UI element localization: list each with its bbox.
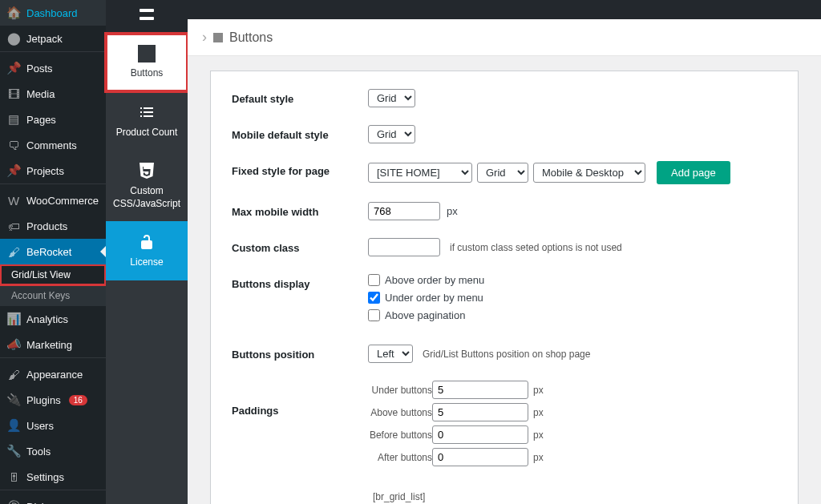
- breadcrumb: › Buttons: [188, 19, 821, 56]
- settings-panel: Default style Grid Mobile default style …: [210, 71, 799, 504]
- brush-icon: 🖌: [6, 244, 21, 259]
- tab-license[interactable]: License: [106, 221, 188, 280]
- sidebar-item-berocket[interactable]: 🖌BeRocket: [0, 239, 106, 264]
- sidebar-item-jetpack[interactable]: ⬤Jetpack: [0, 26, 106, 51]
- plug-icon: 🔌: [6, 393, 21, 407]
- opt-label: Above pagination: [385, 309, 465, 321]
- row-buttons-display: Buttons display Above order by menu Unde…: [232, 274, 777, 327]
- breadcrumb-title: Buttons: [229, 30, 273, 45]
- label: Custom CSS/JavaScript: [109, 185, 184, 210]
- label: Projects: [26, 165, 64, 177]
- label: Jetpack: [26, 33, 63, 45]
- gauge-icon: 🏠: [6, 6, 21, 20]
- unit: px: [447, 205, 458, 217]
- square-icon: [213, 33, 223, 42]
- label: Analytics: [26, 313, 68, 325]
- display-above-pagination-checkbox[interactable]: [368, 309, 380, 321]
- square-icon: [138, 45, 156, 62]
- unit: px: [533, 385, 544, 396]
- pad-under-input[interactable]: [432, 381, 528, 399]
- pad-after-input[interactable]: [432, 448, 528, 466]
- sidebar-item-media[interactable]: 🎞Media: [0, 81, 106, 107]
- fixed-view-select[interactable]: Grid: [477, 163, 528, 183]
- pad-label: Above buttons: [368, 407, 432, 418]
- max-mobile-input[interactable]: [368, 202, 440, 220]
- plugin-tabs: Buttons Product Count Custom CSS/JavaScr…: [106, 0, 188, 504]
- chart-icon: 📊: [6, 312, 21, 326]
- pad-label: Before buttons: [368, 429, 432, 441]
- sidebar-item-dashboard[interactable]: 🏠Dashboard: [0, 0, 106, 26]
- label: Divi: [26, 501, 44, 505]
- sidebar-item-comments[interactable]: 🗨Comments: [0, 132, 106, 158]
- unit: px: [533, 452, 544, 463]
- add-page-button[interactable]: Add page: [657, 161, 730, 184]
- label: License: [109, 256, 184, 269]
- sidebar-item-analytics[interactable]: 📊Analytics: [0, 306, 106, 332]
- brush-icon: 🖌: [6, 367, 21, 381]
- label: Grid/List View: [11, 269, 71, 280]
- label: Max mobile width: [232, 202, 368, 218]
- buttons-position-select[interactable]: Left: [368, 345, 413, 363]
- sidebar-item-tools[interactable]: 🔧Tools: [0, 438, 106, 464]
- label: Buttons display: [232, 274, 368, 290]
- label: Comments: [26, 139, 77, 151]
- row-buttons-position: Buttons position Left Grid/List Buttons …: [232, 345, 777, 363]
- display-under-order-checkbox[interactable]: [368, 292, 380, 304]
- row-mobile-default-style: Mobile default style Grid: [232, 125, 777, 143]
- label: Media: [26, 88, 55, 100]
- sidebar-item-users[interactable]: 👤Users: [0, 413, 106, 438]
- sidebar-item-divi[interactable]: ⒹDivi: [0, 494, 106, 504]
- label: Paddings: [232, 381, 368, 417]
- sidebar-item-products[interactable]: 🏷Products: [0, 213, 106, 239]
- topbar: [188, 0, 821, 19]
- fixed-site-select[interactable]: [SITE HOME]: [368, 163, 472, 183]
- sidebar-item-posts[interactable]: 📌Posts: [0, 55, 106, 81]
- sidebar-item-marketing[interactable]: 📣Marketing: [0, 332, 106, 357]
- sidebar-sub-gridlist[interactable]: Grid/List View: [0, 264, 106, 285]
- row-max-mobile: Max mobile width px: [232, 202, 777, 220]
- fixed-device-select[interactable]: Mobile & Desktop: [533, 163, 645, 183]
- settings-icon: [137, 5, 156, 24]
- opt-label: Under order by menu: [385, 292, 483, 304]
- label: Fixed style for page: [232, 161, 368, 177]
- row-default-style: Default style Grid: [232, 89, 777, 107]
- list-icon: [137, 103, 156, 122]
- sidebar-item-woocommerce[interactable]: WWooCommerce: [0, 187, 106, 213]
- tab-buttons[interactable]: Buttons: [106, 34, 188, 91]
- mobile-default-style-select[interactable]: Grid: [368, 125, 415, 143]
- pad-label: Under buttons: [368, 385, 432, 396]
- sidebar-item-projects[interactable]: 📌Projects: [0, 158, 106, 183]
- page-icon: ▤: [6, 112, 21, 127]
- custom-class-input[interactable]: [368, 238, 440, 256]
- display-above-order-checkbox[interactable]: [368, 274, 380, 286]
- row-fixed-style: Fixed style for page [SITE HOME] Grid Mo…: [232, 161, 777, 184]
- sidebar-item-appearance[interactable]: 🖌Appearance: [0, 361, 106, 387]
- unit: px: [533, 429, 544, 441]
- label: Products: [26, 220, 67, 232]
- label: Default style: [232, 89, 368, 105]
- megaphone-icon: 📣: [6, 337, 21, 352]
- chevron-right-icon: ›: [202, 29, 207, 46]
- sidebar-item-plugins[interactable]: 🔌Plugins16: [0, 387, 106, 413]
- sliders-icon: 🎚: [6, 470, 21, 484]
- sidebar-sub-accountkeys[interactable]: Account Keys: [0, 285, 106, 306]
- hint: Grid/List Buttons position on shop page: [423, 349, 590, 360]
- tag-icon: 🏷: [6, 219, 21, 233]
- pin-icon: 📌: [6, 163, 21, 178]
- tab-custom-css[interactable]: Custom CSS/JavaScript: [106, 150, 188, 221]
- wp-admin-sidebar: 🏠Dashboard ⬤Jetpack 📌Posts 🎞Media ▤Pages…: [0, 0, 106, 504]
- content: Default style Grid Mobile default style …: [188, 56, 821, 504]
- sidebar-item-settings[interactable]: 🎚Settings: [0, 464, 106, 490]
- sidebar-item-pages[interactable]: ▤Pages: [0, 107, 106, 132]
- label: WooCommerce: [26, 195, 99, 207]
- main-area: › Buttons Default style Grid Mobile defa…: [188, 0, 821, 504]
- pad-above-input[interactable]: [432, 403, 528, 421]
- default-style-select[interactable]: Grid: [368, 89, 415, 107]
- shortcode-tag: [br_grid_list]: [373, 491, 425, 502]
- woo-icon: W: [6, 193, 21, 208]
- tab-product-count[interactable]: Product Count: [106, 91, 188, 151]
- pad-before-input[interactable]: [432, 425, 528, 444]
- unlock-icon: [137, 232, 156, 252]
- svg-rect-0: [140, 9, 154, 12]
- label: Buttons: [109, 67, 184, 80]
